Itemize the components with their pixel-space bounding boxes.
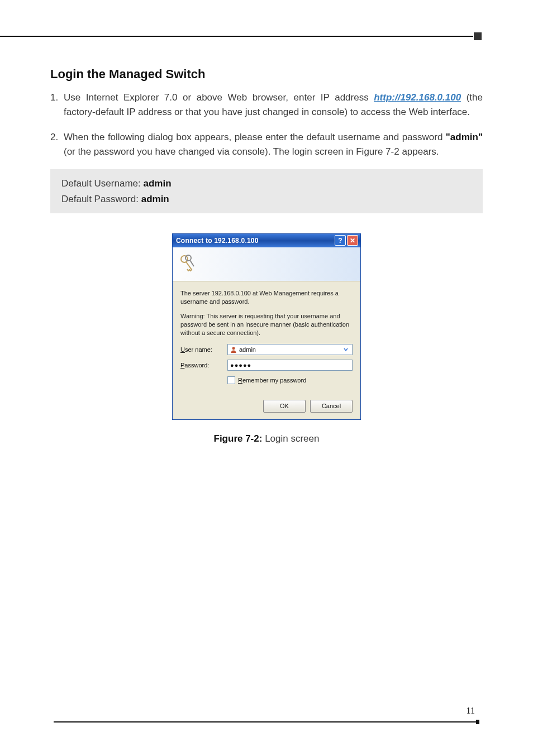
credentials-box: Default Username: admin Default Password…: [50, 169, 483, 213]
default-username-value: admin: [143, 178, 171, 189]
page-number: 11: [467, 706, 475, 716]
dialog-buttons: OK Cancel: [180, 400, 353, 413]
default-ip-link[interactable]: http://192.168.0.100: [374, 92, 461, 103]
step-number: 2.: [50, 130, 64, 160]
figure-caption: Figure 7-2: Login screen: [50, 433, 483, 444]
step-text: (or the password you have changed via co…: [64, 146, 439, 157]
username-input[interactable]: admin: [227, 344, 353, 355]
footer-rule: [54, 721, 479, 722]
remember-checkbox[interactable]: [227, 376, 235, 384]
dialog-titlebar: Connect to 192.168.0.100 ? ✕: [173, 234, 360, 247]
default-password-label: Default Password:: [61, 194, 141, 204]
dialog-message-2: Warning: This server is requesting that …: [180, 312, 353, 337]
step-text: Use Internet Explorer 7.0 or above Web b…: [64, 92, 374, 103]
svg-point-1: [185, 255, 191, 261]
person-icon: [230, 346, 237, 353]
username-row: User name: admin: [180, 344, 353, 355]
step-bold: "admin": [446, 132, 483, 142]
svg-point-0: [181, 256, 188, 262]
help-button[interactable]: ?: [335, 235, 346, 246]
footer-rule-wrap: [0, 721, 533, 722]
password-value: ●●●●●: [230, 362, 350, 369]
cancel-button[interactable]: Cancel: [310, 400, 353, 413]
dialog-title: Connect to 192.168.0.100: [176, 237, 334, 245]
login-dialog: Connect to 192.168.0.100 ? ✕ The server …: [172, 233, 361, 420]
username-label: User name:: [180, 346, 227, 353]
password-label: Password:: [180, 362, 227, 369]
section-heading: Login the Managed Switch: [50, 67, 483, 82]
dialog-message-1: The server 192.168.0.100 at Web Manageme…: [180, 289, 353, 306]
username-value: admin: [239, 346, 342, 353]
password-input[interactable]: ●●●●●: [227, 360, 353, 371]
step-text: When the following dialog box appears, p…: [64, 132, 446, 142]
remember-row: Remember my password: [180, 376, 353, 384]
default-username-label: Default Username:: [61, 178, 143, 189]
password-row: Password: ●●●●●: [180, 360, 353, 371]
svg-point-2: [232, 347, 235, 350]
footer-tick-icon: [476, 720, 479, 724]
figure-wrap: Connect to 192.168.0.100 ? ✕ The server …: [50, 233, 483, 420]
steps-list: 1. Use Internet Explorer 7.0 or above We…: [50, 90, 483, 159]
remember-label: Remember my password: [238, 377, 306, 384]
dialog-banner: [173, 247, 360, 281]
step-2: 2. When the following dialog box appears…: [50, 130, 483, 160]
keys-icon: [178, 254, 196, 274]
ok-button[interactable]: OK: [263, 400, 306, 413]
header-rule: [0, 36, 473, 37]
chevron-down-icon[interactable]: [342, 347, 350, 352]
caption-bold: Figure 7-2:: [214, 433, 263, 444]
default-password-value: admin: [141, 194, 169, 204]
header-tick-icon: [474, 32, 482, 40]
step-number: 1.: [50, 90, 64, 120]
step-1: 1. Use Internet Explorer 7.0 or above We…: [50, 90, 483, 120]
caption-text: Login screen: [262, 433, 319, 444]
close-button[interactable]: ✕: [347, 235, 358, 246]
